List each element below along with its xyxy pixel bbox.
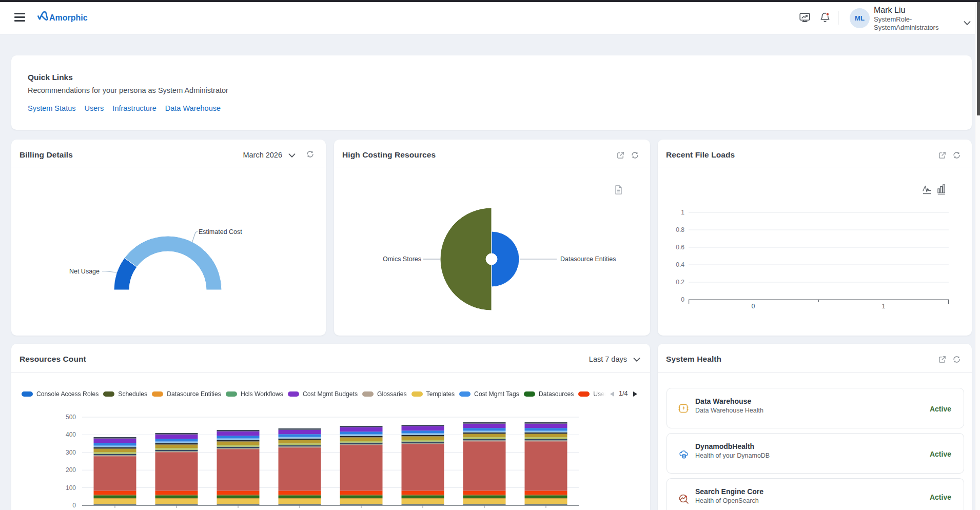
svg-text:1: 1 (681, 209, 684, 216)
svg-text:0: 0 (681, 296, 684, 303)
svg-text:500: 500 (66, 414, 76, 421)
svg-text:0.8: 0.8 (676, 226, 684, 233)
svg-text:0: 0 (752, 303, 755, 310)
svg-text:Omics Stores: Omics Stores (383, 256, 421, 263)
svg-text:0: 0 (72, 502, 76, 509)
svg-text:300: 300 (66, 449, 76, 456)
svg-text:Datasource Entities: Datasource Entities (560, 256, 616, 263)
svg-text:0.6: 0.6 (676, 244, 684, 251)
svg-text:0.4: 0.4 (676, 261, 684, 268)
svg-text:400: 400 (66, 431, 76, 438)
svg-text:200: 200 (66, 466, 76, 474)
svg-text:Estimated Cost: Estimated Cost (199, 228, 242, 236)
svg-text:1: 1 (882, 303, 886, 310)
svg-text:0.2: 0.2 (676, 279, 684, 286)
svg-text:Net Usage: Net Usage (69, 268, 100, 275)
svg-text:100: 100 (66, 484, 76, 492)
